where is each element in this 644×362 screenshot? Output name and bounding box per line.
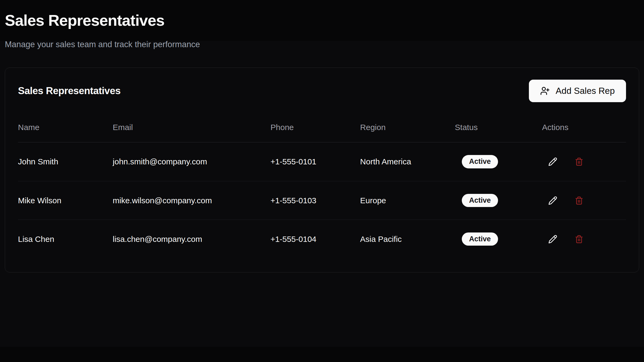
rep-name: Mike Wilson (18, 196, 113, 205)
pencil-icon (548, 196, 557, 205)
rep-actions-cell (542, 191, 626, 210)
table-row: Mike Wilson mike.wilson@company.com +1-5… (18, 181, 626, 220)
page: Sales Representatives Manage your sales … (0, 0, 644, 362)
add-sales-rep-button[interactable]: Add Sales Rep (529, 80, 626, 102)
rep-region: North America (360, 157, 455, 166)
column-header-email: Email (113, 123, 270, 132)
rep-region: Europe (360, 196, 455, 205)
table-row: Lisa Chen lisa.chen@company.com +1-555-0… (18, 220, 626, 258)
rep-region: Asia Pacific (360, 235, 455, 244)
card-title: Sales Representatives (18, 85, 120, 97)
column-header-status: Status (455, 123, 542, 132)
user-plus-icon (540, 86, 550, 96)
table-body: John Smith john.smith@company.com +1-555… (18, 142, 626, 258)
rep-name: Lisa Chen (18, 235, 113, 244)
pencil-icon (548, 235, 557, 244)
trash-icon (575, 235, 583, 243)
rep-status-cell: Active (455, 232, 542, 246)
status-badge: Active (462, 232, 498, 246)
content: Sales Representatives Manage your sales … (0, 0, 644, 272)
column-header-region: Region (360, 123, 455, 132)
rep-email: john.smith@company.com (113, 157, 270, 166)
rep-email: mike.wilson@company.com (113, 196, 270, 205)
table-row: John Smith john.smith@company.com +1-555… (18, 142, 626, 181)
rep-name: John Smith (18, 157, 113, 166)
column-header-actions: Actions (542, 123, 626, 132)
sales-reps-card: Sales Representatives Add Sales Rep (5, 68, 639, 272)
edit-button[interactable] (544, 153, 562, 171)
add-sales-rep-label: Add Sales Rep (556, 86, 615, 96)
column-header-name: Name (18, 123, 113, 132)
delete-button[interactable] (570, 153, 588, 171)
pencil-icon (548, 157, 557, 166)
edit-button[interactable] (544, 191, 562, 210)
table-header-row: Name Email Phone Region Status Actions (18, 112, 626, 142)
rep-email: lisa.chen@company.com (113, 235, 270, 244)
delete-button[interactable] (570, 230, 588, 248)
edit-button[interactable] (544, 230, 562, 248)
rep-actions-cell (542, 230, 626, 248)
status-badge: Active (462, 155, 498, 168)
sales-reps-table: Name Email Phone Region Status Actions J… (18, 112, 626, 258)
card-header: Sales Representatives Add Sales Rep (18, 80, 626, 102)
rep-phone: +1-555-0103 (270, 196, 360, 205)
page-title: Sales Representatives (5, 12, 639, 29)
rep-status-cell: Active (455, 194, 542, 207)
rep-actions-cell (542, 153, 626, 171)
rep-phone: +1-555-0104 (270, 235, 360, 244)
column-header-phone: Phone (270, 123, 360, 132)
trash-icon (575, 196, 583, 205)
delete-button[interactable] (570, 191, 588, 210)
rep-status-cell: Active (455, 155, 542, 168)
trash-icon (575, 157, 583, 166)
rep-phone: +1-555-0101 (270, 157, 360, 166)
status-badge: Active (462, 194, 498, 207)
page-subtitle: Manage your sales team and track their p… (5, 39, 639, 50)
